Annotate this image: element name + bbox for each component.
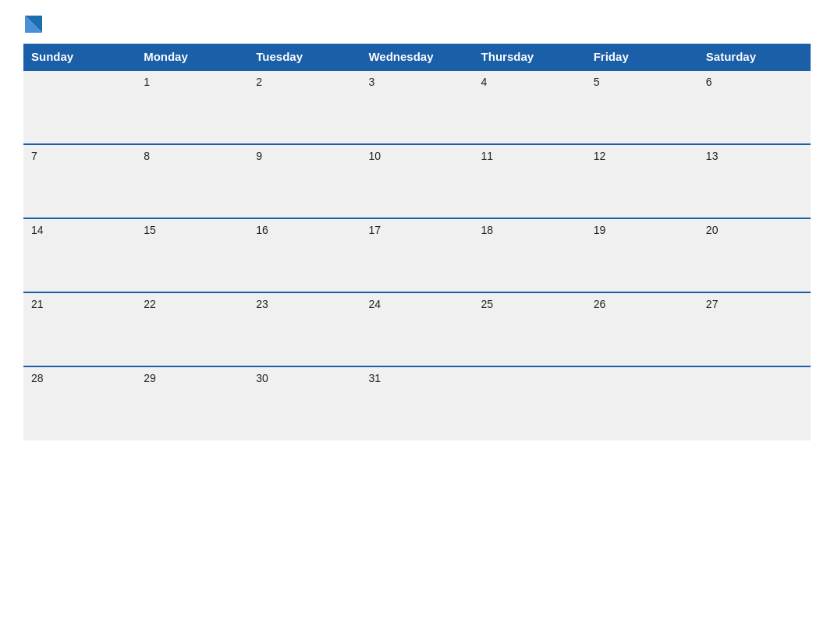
- day-header-saturday: Saturday: [698, 44, 811, 70]
- day-number: 30: [256, 372, 268, 384]
- day-number: 13: [706, 150, 719, 162]
- logo: [23, 16, 45, 36]
- day-number: 18: [481, 224, 494, 236]
- day-header-sunday: Sunday: [23, 44, 136, 70]
- calendar-cell: 14: [23, 218, 136, 292]
- day-number: 23: [256, 298, 268, 310]
- day-number: 22: [144, 298, 156, 310]
- day-number: 31: [368, 372, 381, 384]
- calendar-cell: 12: [586, 144, 698, 218]
- day-header-tuesday: Tuesday: [248, 44, 360, 70]
- calendar-cell: 7: [23, 144, 136, 218]
- calendar-cell: 28: [23, 366, 136, 441]
- day-number: 3: [368, 76, 374, 88]
- calendar-cell: 5: [586, 70, 698, 144]
- day-number: 16: [256, 224, 268, 236]
- calendar-cell: 20: [698, 218, 811, 292]
- calendar-cell: 16: [248, 218, 360, 292]
- calendar-header: SundayMondayTuesdayWednesdayThursdayFrid…: [23, 44, 811, 70]
- day-number: 21: [31, 298, 44, 310]
- calendar-cell: [586, 366, 698, 441]
- day-number: 14: [31, 224, 44, 236]
- calendar-cell: 15: [136, 218, 248, 292]
- week-row-3: 14151617181920: [23, 218, 811, 292]
- day-number: 6: [706, 76, 712, 88]
- calendar-cell: 3: [360, 70, 473, 144]
- day-number: 7: [31, 150, 37, 162]
- calendar-cell: 13: [698, 144, 811, 218]
- day-header-thursday: Thursday: [474, 44, 586, 70]
- day-number: 2: [256, 76, 262, 88]
- calendar-cell: 6: [698, 70, 811, 144]
- day-number: 25: [481, 298, 494, 310]
- calendar-cell: 27: [698, 292, 811, 366]
- week-row-5: 28293031: [23, 366, 811, 441]
- calendar-cell: 18: [474, 218, 586, 292]
- header: [23, 16, 811, 36]
- calendar-cell: [698, 366, 811, 441]
- calendar-cell: [23, 70, 136, 144]
- day-number: 29: [144, 372, 156, 384]
- day-number: 5: [594, 76, 600, 88]
- week-row-2: 78910111213: [23, 144, 811, 218]
- day-number: 20: [706, 224, 719, 236]
- logo-icon: [23, 16, 42, 36]
- day-header-wednesday: Wednesday: [360, 44, 473, 70]
- calendar-cell: 26: [586, 292, 698, 366]
- day-number: 4: [481, 76, 488, 88]
- calendar-cell: 17: [360, 218, 473, 292]
- calendar-cell: 21: [23, 292, 136, 366]
- day-number: 24: [368, 298, 381, 310]
- calendar-cell: 31: [360, 366, 473, 441]
- page-container: SundayMondayTuesdayWednesdayThursdayFrid…: [23, 16, 811, 441]
- day-number: 11: [481, 150, 494, 162]
- day-number: 10: [368, 150, 381, 162]
- day-number: 12: [594, 150, 606, 162]
- day-number: 8: [144, 150, 150, 162]
- calendar-cell: 9: [248, 144, 360, 218]
- day-number: 19: [594, 224, 606, 236]
- calendar-cell: 23: [248, 292, 360, 366]
- day-number: 28: [31, 372, 44, 384]
- day-number: 26: [594, 298, 606, 310]
- week-row-1: 123456: [23, 70, 811, 144]
- calendar-table: SundayMondayTuesdayWednesdayThursdayFrid…: [23, 44, 811, 441]
- calendar-cell: 2: [248, 70, 360, 144]
- day-number: 27: [706, 298, 719, 310]
- calendar-cell: 30: [248, 366, 360, 441]
- day-header-monday: Monday: [136, 44, 248, 70]
- calendar-cell: 11: [474, 144, 586, 218]
- calendar-cell: 29: [136, 366, 248, 441]
- calendar-cell: 24: [360, 292, 473, 366]
- day-number: 17: [368, 224, 381, 236]
- calendar-cell: 19: [586, 218, 698, 292]
- calendar-cell: 4: [474, 70, 586, 144]
- day-number: 15: [144, 224, 156, 236]
- day-number: 1: [144, 76, 150, 88]
- calendar-cell: 8: [136, 144, 248, 218]
- calendar-cell: 10: [360, 144, 473, 218]
- calendar-cell: 1: [136, 70, 248, 144]
- day-header-friday: Friday: [586, 44, 698, 70]
- day-number: 9: [256, 150, 262, 162]
- calendar-body: 1234567891011121314151617181920212223242…: [23, 70, 811, 441]
- calendar-cell: 25: [474, 292, 586, 366]
- calendar-cell: 22: [136, 292, 248, 366]
- week-row-4: 21222324252627: [23, 292, 811, 366]
- days-header-row: SundayMondayTuesdayWednesdayThursdayFrid…: [23, 44, 811, 70]
- calendar-cell: [474, 366, 586, 441]
